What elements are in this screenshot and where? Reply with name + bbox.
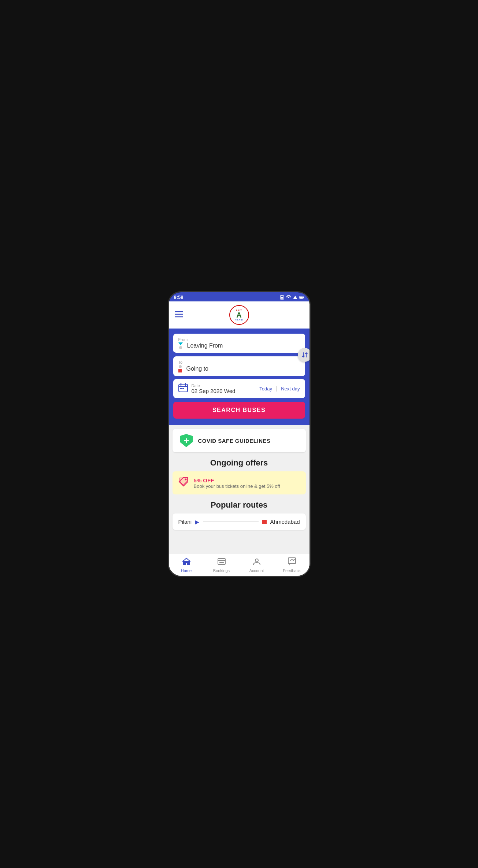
route-from: Pilani (178, 519, 192, 525)
search-buses-button[interactable]: SEARCH BUSES (173, 402, 305, 419)
nav-feedback-label: Feedback (283, 568, 300, 573)
offer-desc: Book your bus tickets online & get 5% of… (194, 483, 280, 489)
date-field[interactable]: Date 02 Sep 2020 Wed Today | Next day (173, 379, 305, 398)
svg-rect-14 (180, 388, 182, 389)
offer-card[interactable]: 5% OFF Book your bus tickets online & ge… (173, 471, 306, 494)
calendar-icon (178, 383, 188, 394)
today-button[interactable]: Today (259, 386, 272, 392)
to-field[interactable]: To Going to (173, 356, 305, 376)
route-to: Ahmedabad (270, 519, 300, 525)
route-dest-icon (262, 520, 267, 524)
app-bar: AMIT A PILANI (169, 301, 310, 329)
nav-feedback[interactable]: Feedback (274, 554, 310, 576)
bookings-icon (218, 557, 226, 568)
nav-account[interactable]: Account (239, 554, 274, 576)
svg-line-26 (293, 559, 294, 560)
svg-rect-19 (218, 559, 225, 564)
home-icon (182, 557, 190, 568)
svg-point-2 (288, 297, 289, 298)
svg-marker-3 (293, 296, 297, 299)
app-logo: AMIT A PILANI (229, 305, 249, 325)
popular-routes-title: Popular routes (169, 500, 310, 510)
search-section: From Leaving From To (169, 329, 310, 425)
nav-account-label: Account (249, 568, 264, 573)
svg-rect-22 (222, 558, 223, 559)
from-to-wrapper: From Leaving From To (173, 334, 305, 376)
svg-rect-1 (281, 297, 283, 298)
to-icon (178, 365, 182, 372)
nav-home-label: Home (181, 568, 192, 573)
svg-rect-21 (220, 558, 221, 559)
svg-rect-25 (288, 558, 296, 564)
from-icon (178, 342, 183, 349)
battery-icon (299, 295, 304, 300)
next-day-button[interactable]: Next day (281, 386, 300, 392)
svg-rect-23 (219, 562, 224, 563)
from-field[interactable]: From Leaving From (173, 334, 305, 353)
bottom-nav: Home Bookings Acc (169, 554, 310, 576)
route-play-icon: ▶ (195, 519, 199, 525)
sim-icon (279, 295, 285, 300)
feedback-icon (288, 557, 296, 568)
main-content: COVID SAFE GUIDELINES Ongoing offers 5% … (169, 425, 310, 576)
status-time: 9:58 (174, 294, 184, 300)
svg-rect-6 (300, 296, 303, 298)
nav-bookings[interactable]: Bookings (204, 554, 239, 576)
ongoing-offers-title: Ongoing offers (169, 458, 310, 468)
covid-banner[interactable]: COVID SAFE GUIDELINES (173, 429, 306, 452)
status-bar: 9:58 (169, 292, 310, 301)
menu-button[interactable] (175, 311, 183, 319)
signal-icon (293, 295, 298, 300)
covid-text: COVID SAFE GUIDELINES (198, 438, 271, 444)
svg-rect-5 (303, 297, 304, 298)
swap-button[interactable] (298, 348, 311, 362)
account-icon (253, 557, 261, 568)
tag-icon (178, 476, 189, 489)
route-line (203, 522, 258, 522)
offer-title: 5% OFF (194, 477, 280, 483)
status-icons (279, 295, 304, 300)
shield-plus-icon (180, 434, 193, 447)
svg-rect-15 (182, 388, 184, 389)
svg-point-18 (185, 479, 186, 481)
nav-bookings-label: Bookings (213, 568, 230, 573)
data-icon (286, 295, 291, 300)
route-card[interactable]: Pilani ▶ Ahmedabad (173, 513, 306, 530)
nav-home[interactable]: Home (169, 554, 204, 576)
svg-point-24 (255, 559, 258, 562)
